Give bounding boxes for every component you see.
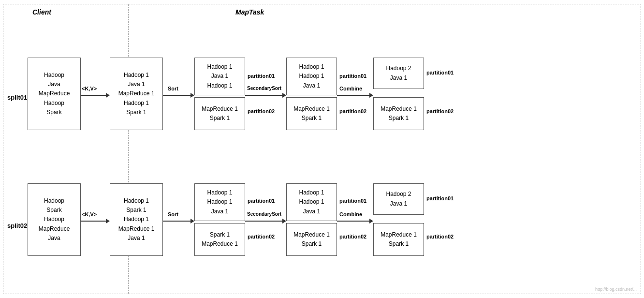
split01-mapped-5: Spark 1 bbox=[126, 108, 146, 117]
split02-mapped-2: Spark 1 bbox=[126, 206, 146, 215]
split01-input-line1: Hadoop bbox=[44, 71, 64, 80]
watermark: http://blog.csdn.net/... bbox=[595, 287, 637, 292]
split02-secondary-sort-label: SecondarySort bbox=[247, 211, 281, 217]
split02-input-box: Hadoop Spark Hadoop MapReduce Java bbox=[28, 183, 81, 256]
split02-sort-arrow bbox=[163, 219, 194, 224]
split01-secondary-p01-3: Java 1 bbox=[303, 81, 320, 90]
split01-combined-p02-box: MapReduce 1 Spark 1 bbox=[373, 97, 424, 130]
split02-partition02-label-2: partition02 bbox=[339, 234, 366, 239]
client-label: Client bbox=[32, 8, 51, 16]
split01-secondary-p02-2: Spark 1 bbox=[302, 114, 322, 123]
split01-combined-p01-2: Java 1 bbox=[390, 74, 407, 83]
split01-partition02-label-1: partition02 bbox=[248, 108, 275, 114]
split02-mapped-5: Java 1 bbox=[128, 234, 145, 243]
split02-combined-p01-1: Hadoop 2 bbox=[386, 190, 411, 199]
split01-sorted-p01-2: Java 1 bbox=[211, 72, 228, 81]
split02-input-line3: Hadoop bbox=[44, 215, 64, 224]
split01-combine-arrow bbox=[337, 93, 373, 98]
split01-partition01-label-2: partition01 bbox=[339, 73, 366, 79]
split02-label: split02 bbox=[7, 222, 27, 229]
split02-sorted-p01-box: Hadoop 1 Hadoop 1 Java 1 bbox=[194, 183, 245, 221]
split01-final-partition02: partition02 bbox=[426, 108, 454, 114]
split01-combined-p01-box: Hadoop 2 Java 1 bbox=[373, 58, 424, 89]
split01-combined-p02-2: Spark 1 bbox=[389, 114, 409, 123]
split02-secondary-arrow bbox=[245, 219, 286, 224]
split01-secondary-p01-box: Hadoop 1 Hadoop 1 Java 1 bbox=[286, 58, 337, 95]
split02-sorted-p01-1: Hadoop 1 bbox=[207, 188, 232, 197]
split01-input-line5: Spark bbox=[46, 108, 61, 117]
split02-sorted-p02-box: Spark 1 MapReduce 1 bbox=[194, 223, 245, 256]
split02-secondary-p02-2: Spark 1 bbox=[302, 239, 322, 249]
maptask-label: MapTask bbox=[235, 8, 264, 16]
split01-secondary-p02-box: MapReduce 1 Spark 1 bbox=[286, 97, 337, 130]
split02-mapped-4: MapReduce 1 bbox=[118, 224, 155, 234]
split01-secondary-p02-1: MapReduce 1 bbox=[293, 104, 330, 114]
split02-secondary-p01-1: Hadoop 1 bbox=[299, 188, 324, 197]
split01-secondary-p01-1: Hadoop 1 bbox=[299, 62, 324, 72]
split02-sort-label: Sort bbox=[168, 211, 178, 217]
split02-secondary-p01-box: Hadoop 1 Hadoop 1 Java 1 bbox=[286, 183, 337, 221]
split01-sorted-p01-3: Hadoop 1 bbox=[207, 81, 232, 90]
split02-secondary-p01-3: Java 1 bbox=[303, 207, 320, 216]
split02-combined-p02-box: MapReduce 1 Spark 1 bbox=[373, 223, 424, 256]
split02-input-line1: Hadoop bbox=[44, 196, 64, 206]
split02-secondary-p02-1: MapReduce 1 bbox=[293, 230, 330, 239]
split01-partition02-label-2: partition02 bbox=[339, 108, 366, 114]
split01-sorted-p01-box: Hadoop 1 Java 1 Hadoop 1 bbox=[194, 58, 245, 95]
split02-combined-p01-2: Java 1 bbox=[390, 199, 407, 209]
split01-mapped-4: Hadoop 1 bbox=[124, 99, 149, 108]
split02-input-line4: MapReduce bbox=[39, 224, 70, 234]
split01-sort-label: Sort bbox=[168, 86, 178, 91]
split02-mapped-box: Hadoop 1 Spark 1 Hadoop 1 MapReduce 1 Ja… bbox=[110, 183, 163, 256]
split01-sorted-p01-1: Hadoop 1 bbox=[207, 62, 232, 72]
split02-input-line2: Spark bbox=[46, 206, 61, 215]
split02-final-partition01: partition01 bbox=[426, 195, 454, 201]
split01-mapped-box: Hadoop 1 Java 1 MapReduce 1 Hadoop 1 Spa… bbox=[110, 58, 163, 130]
split02-combine-label: Combine bbox=[339, 211, 362, 217]
split02-mapped-1: Hadoop 1 bbox=[124, 196, 149, 206]
split02-sorted-p02-2: MapReduce 1 bbox=[202, 239, 238, 249]
split01-kv-label: <K,V> bbox=[82, 86, 97, 91]
split01-sorted-p02-1: MapReduce 1 bbox=[202, 104, 238, 114]
split02-partition01-label-2: partition01 bbox=[339, 198, 366, 204]
split01-secondary-p01-2: Hadoop 1 bbox=[299, 72, 324, 81]
split02-secondary-p02-box: MapReduce 1 Spark 1 bbox=[286, 223, 337, 256]
split01-secondary-arrow bbox=[245, 93, 286, 98]
split02-kv-label: <K,V> bbox=[82, 211, 97, 217]
diagram: Client MapTask split01 Hadoop Java MapRe… bbox=[3, 4, 641, 294]
split01-combined-p01-1: Hadoop 2 bbox=[386, 64, 411, 73]
split01-partition01-label-1: partition01 bbox=[248, 73, 275, 79]
split02-sorted-p01-3: Java 1 bbox=[211, 207, 228, 216]
split02-secondary-p01-2: Hadoop 1 bbox=[299, 197, 324, 207]
split02-partition01-label-1: partition01 bbox=[248, 198, 275, 204]
split01-mapped-1: Hadoop 1 bbox=[124, 71, 149, 80]
split01-sorted-p02-box: MapReduce 1 Spark 1 bbox=[194, 97, 245, 130]
split01-mapped-2: Java 1 bbox=[128, 80, 145, 89]
split01-kv-arrow bbox=[81, 93, 110, 98]
split02-sorted-p02-1: Spark 1 bbox=[210, 230, 230, 239]
split01-label: split01 bbox=[7, 94, 27, 101]
split02-kv-arrow bbox=[81, 219, 110, 224]
split01-input-line4: Hadoop bbox=[44, 99, 64, 108]
split02-combined-p02-2: Spark 1 bbox=[389, 239, 409, 249]
split01-final-partition01: partition01 bbox=[426, 70, 454, 75]
split01-sorted-p02-2: Spark 1 bbox=[210, 114, 230, 123]
split01-input-box: Hadoop Java MapReduce Hadoop Spark bbox=[28, 58, 81, 130]
split02-final-partition02: partition02 bbox=[426, 234, 454, 239]
split01-combined-p02-1: MapReduce 1 bbox=[381, 104, 417, 114]
split02-mapped-3: Hadoop 1 bbox=[124, 215, 149, 224]
split01-secondary-sort-label: SecondarySort bbox=[247, 86, 281, 91]
split02-input-line5: Java bbox=[48, 234, 60, 243]
split02-combined-p02-1: MapReduce 1 bbox=[381, 230, 417, 239]
split02-combined-p01-box: Hadoop 2 Java 1 bbox=[373, 183, 424, 215]
split01-input-line2: Java bbox=[48, 80, 60, 89]
split01-sort-arrow bbox=[163, 93, 194, 98]
split02-partition02-label-1: partition02 bbox=[248, 234, 275, 239]
split02-combine-arrow bbox=[337, 219, 373, 224]
split01-input-line3: MapReduce bbox=[39, 89, 70, 98]
split01-combine-label: Combine bbox=[339, 86, 362, 91]
split01-mapped-3: MapReduce 1 bbox=[118, 89, 155, 98]
split02-sorted-p01-2: Hadoop 1 bbox=[207, 197, 232, 207]
